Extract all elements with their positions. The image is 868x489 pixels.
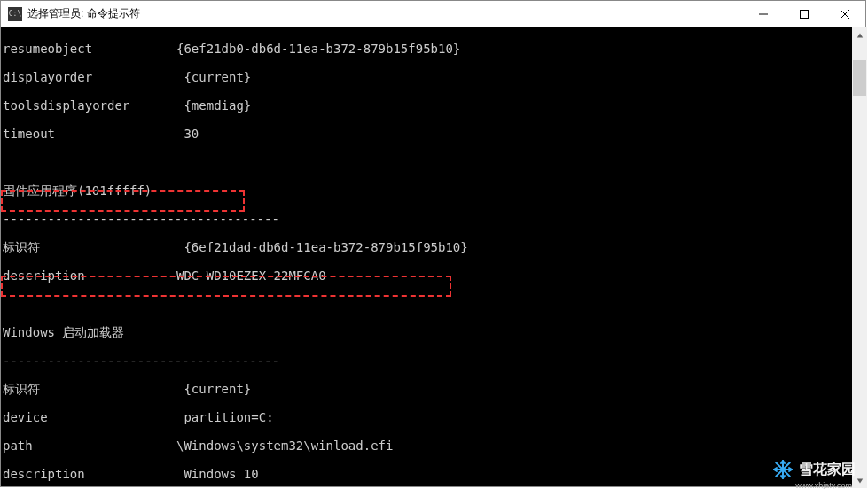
section-header: 固件应用程序(101fffff) [3, 183, 864, 198]
snowflake-icon [772, 459, 794, 480]
val: {6ef21dad-db6d-11ea-b372-879b15f95b10} [176, 240, 468, 254]
val: {memdiag} [176, 98, 251, 113]
val: WDC WD10EZEX-22MFCA0 [176, 268, 326, 283]
cmd-window: C:\ 选择管理员: 命令提示符 resumeobject{6ef21db0-d… [0, 0, 866, 487]
scroll-up-button[interactable] [852, 27, 867, 43]
key: displayorder [3, 70, 176, 84]
key: device [3, 410, 176, 424]
cmd-icon: C:\ [8, 7, 22, 21]
svg-rect-1 [801, 10, 809, 18]
vertical-scrollbar[interactable] [852, 27, 867, 488]
console-output[interactable]: resumeobject{6ef21db0-db6d-11ea-b372-879… [1, 27, 865, 486]
key: 标识符 [3, 382, 176, 396]
section-header: Windows 启动加载器 [3, 325, 864, 339]
val: Windows 10 [176, 467, 259, 481]
scroll-thumb[interactable] [853, 60, 866, 96]
val: {current} [176, 382, 251, 396]
watermark: 雪花家园 [772, 459, 856, 480]
divider: ------------------------------------- [3, 212, 864, 226]
key: timeout [3, 127, 176, 141]
window-title: 选择管理员: 命令提示符 [27, 6, 140, 21]
watermark-url: www.xhjaty.com [795, 481, 852, 489]
key: description [3, 268, 176, 283]
divider: ------------------------------------- [3, 353, 864, 368]
maximize-button[interactable] [784, 1, 825, 27]
key: description [3, 467, 176, 481]
key: resumeobject [3, 42, 176, 56]
key: toolsdisplayorder [3, 98, 176, 113]
watermark-text: 雪花家园 [799, 461, 856, 479]
val: 30 [176, 127, 199, 141]
val: {current} [176, 70, 251, 84]
close-button[interactable] [825, 1, 865, 27]
val: \Windows\system32\winload.efi [176, 439, 393, 453]
key: 标识符 [3, 240, 176, 254]
key: path [3, 439, 176, 453]
scroll-track[interactable] [852, 43, 867, 473]
minimize-button[interactable] [743, 1, 784, 27]
val: partition=C: [176, 410, 274, 424]
val: {6ef21db0-db6d-11ea-b372-879b15f95b10} [176, 42, 460, 56]
titlebar[interactable]: C:\ 选择管理员: 命令提示符 [1, 1, 865, 27]
